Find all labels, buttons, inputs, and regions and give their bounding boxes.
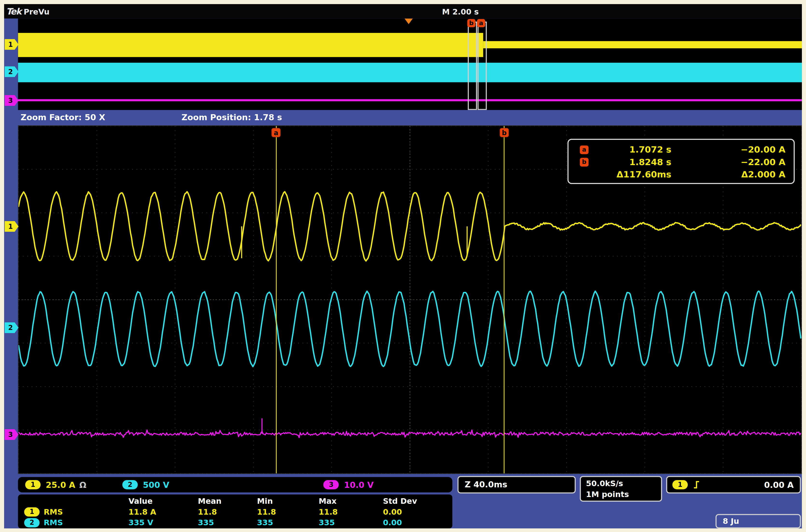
cursor-delta-value: Δ2.000 A [671,169,786,179]
record-length-value: 1M points [586,489,661,500]
ch1-meas-min: 11.8 [257,507,319,516]
ch2-meas-std: 0.00 [383,518,452,527]
col-max: Max [319,496,383,506]
main-timebase-label: M 2.00 s [442,7,479,16]
ch1-meas-value: 11.8 A [129,507,198,516]
overview-cursor-b-badge[interactable]: b [467,19,476,27]
ch1-coupling-symbol: Ω [79,480,87,490]
zoom-timebase-box: Z 40.0ms [457,476,576,493]
ch1-scale: 25.0 A [46,480,75,490]
overview-ch1-trace-thin [483,41,802,48]
acquisition-info-box: 50.0kS/s 1M points [580,476,662,501]
cursor-a-handle[interactable]: a [271,128,281,137]
trigger-source-badge: 1 [672,480,688,489]
zoom-factor-label: Zoom Factor: 50 X [20,113,105,122]
ch2-meas-name: RMS [44,518,63,527]
ch2-meas-min: 335 [257,518,319,527]
ch1-meas-badge: 1 [24,507,40,516]
cursor-a-value: −20.00 A [671,144,786,155]
ch2-meas-max: 335 [319,518,383,527]
cursor-a-row: a 1.7072 s −20.00 A [574,144,785,156]
measurement-row-ch2: 2 RMS 335 V 335 335 335 0.00 [18,517,453,528]
trigger-position-icon [405,19,413,24]
zoom-window-bracket-a[interactable] [478,21,487,110]
zoom-timebase-value: Z 40.0ms [465,480,507,489]
ch1-meas-mean: 11.8 [198,507,257,516]
cursor-a-time: 1.7072 s [594,144,671,155]
col-min: Min [257,496,319,506]
cursor-readout-box: a 1.7072 s −20.00 A b 1.8248 s −22.00 A … [568,139,795,184]
overview-ch2-trace [18,63,802,82]
channel-scale-bar: 1 25.0 A Ω 2 500 V 3 10.0 V [18,477,453,492]
date-box: 8 Ju [715,514,801,528]
oscilloscope-screen: Tek PreVu M 2.00 s b a 1 2 3 Zoom Factor… [0,0,806,532]
zoom-header-bar: Zoom Factor: 50 X Zoom Position: 1.78 s [4,110,802,126]
acquisition-mode-label: PreVu [24,7,50,16]
ch2-badge[interactable]: 2 [122,480,138,489]
ch1-meas-max: 11.8 [319,507,383,516]
overview-cursor-a-badge[interactable]: a [477,19,485,27]
tek-logo: Tek [6,6,21,17]
ch2-scale: 500 V [143,480,169,490]
cursor-delta-row: Δ117.60ms Δ2.000 A [574,168,785,180]
cursor-b-icon: b [580,158,589,166]
ch3-scale: 10.0 V [344,480,373,490]
measurement-row-ch1: 1 RMS 11.8 A 11.8 11.8 11.8 0.00 [18,507,453,517]
cursor-b-handle[interactable]: b [500,128,509,137]
ch1-meas-name: RMS [44,507,63,516]
cursor-b-time: 1.8248 s [594,157,671,167]
date-value: 8 Ju [723,516,739,526]
ch2-meas-badge: 2 [24,518,40,527]
col-value: Value [129,496,198,506]
cursor-b-value: −22.00 A [671,157,786,167]
overview-ch3-trace [18,99,802,101]
cursor-a-icon: a [580,145,589,154]
zoom-position-label: Zoom Position: 1.78 s [181,113,282,122]
ch1-badge[interactable]: 1 [25,480,41,489]
zoom-window-bracket-b[interactable] [468,21,477,110]
ch2-meas-value: 335 V [129,518,198,527]
record-overview-strip: b a [18,19,802,110]
ch3-badge[interactable]: 3 [324,480,339,489]
measurement-table: Value Mean Min Max Std Dev 1 RMS 11.8 A … [18,495,453,529]
top-status-bar: Tek PreVu M 2.00 s [4,4,802,19]
rising-edge-icon [693,480,701,489]
cursor-b-row: b 1.8248 s −22.00 A [574,156,785,168]
ch2-meas-mean: 335 [198,518,257,527]
trigger-info-box: 1 0.00 A [666,476,801,493]
col-stddev: Std Dev [383,496,452,506]
trigger-level-value: 0.00 A [701,480,800,490]
measurement-header-row: Value Mean Min Max Std Dev [18,496,453,507]
col-mean: Mean [198,496,257,506]
cursor-delta-time: Δ117.60ms [594,169,671,179]
sample-rate-value: 50.0kS/s [586,479,661,490]
overview-ch1-trace-dense [18,33,483,57]
ch1-meas-std: 0.00 [383,507,452,516]
